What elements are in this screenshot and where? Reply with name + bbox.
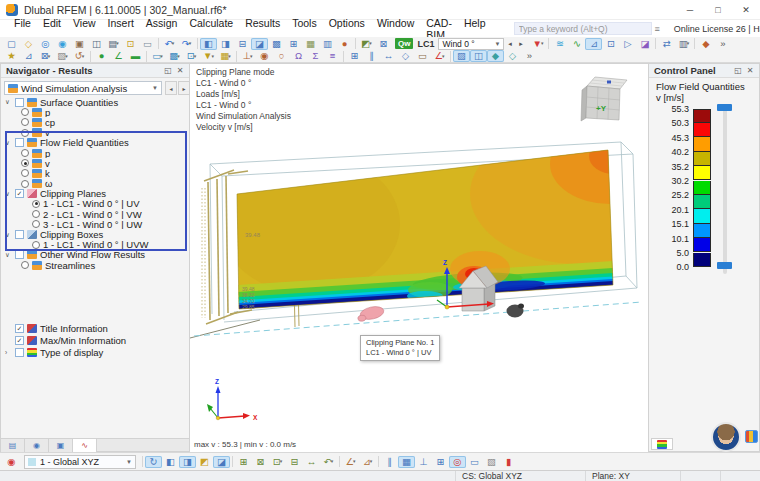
- velocity-clipping-plane[interactable]: [220, 124, 648, 314]
- coordinate-system-combo[interactable]: 1 - Global XYZ ▼: [24, 455, 136, 469]
- tree-item[interactable]: ∨Surface Quantities: [1, 97, 188, 107]
- save-button[interactable]: ◫: [88, 38, 105, 50]
- tree-item[interactable]: v: [1, 158, 188, 168]
- measure-button[interactable]: ∠▾: [431, 50, 448, 62]
- tree-item[interactable]: Streamlines: [1, 260, 188, 270]
- tree-item[interactable]: ∨Other Wind Flow Results: [1, 250, 188, 260]
- navigator-panel-button[interactable]: ◧: [200, 38, 217, 50]
- tree-checkbox[interactable]: [15, 250, 24, 259]
- restore-button[interactable]: □: [704, 0, 732, 19]
- tree-checkbox[interactable]: [15, 230, 24, 239]
- display-option[interactable]: ✓Max/Min Information: [1, 334, 189, 346]
- display-option[interactable]: ›Type of display: [1, 346, 189, 358]
- coordinate-system-button[interactable]: ⊞: [346, 50, 363, 62]
- line-button[interactable]: ∠: [110, 50, 127, 62]
- dlubal-center-button[interactable]: ◎: [37, 38, 54, 50]
- tree-radio[interactable]: [21, 118, 29, 126]
- filter-loads-button[interactable]: ▼▾: [529, 38, 546, 50]
- tree-radio[interactable]: [32, 241, 40, 249]
- text-comment-button[interactable]: ▭: [414, 50, 431, 62]
- dimension-button[interactable]: ↔: [380, 50, 397, 62]
- tree-item[interactable]: v: [1, 128, 188, 138]
- thickness-button[interactable]: ≡: [324, 50, 341, 62]
- tree-item[interactable]: 1 - LC1 - Wind 0 ° | UVW: [1, 240, 188, 250]
- tree-item[interactable]: ω: [1, 179, 188, 189]
- clipping-box-toggle-button[interactable]: ◫: [470, 50, 487, 62]
- render-solid-button[interactable]: ◆: [487, 50, 504, 62]
- nodal-load-button[interactable]: ▼▾: [200, 50, 217, 62]
- tree-radio[interactable]: [21, 108, 29, 116]
- panel-settings-icon[interactable]: [745, 430, 758, 443]
- float-panel-icon[interactable]: ◱: [732, 66, 744, 75]
- material-button[interactable]: Σ: [307, 50, 324, 62]
- graphics-viewport[interactable]: Clipping Plane modeLC1 - Wind 0 °Loads […: [190, 63, 648, 452]
- navigation-cube[interactable]: +Y: [581, 77, 627, 121]
- background-layer-button[interactable]: ▮: [500, 456, 517, 468]
- color-scale-tab[interactable]: [651, 438, 673, 450]
- tree-checkbox[interactable]: [15, 98, 24, 107]
- tree-item[interactable]: ∨✓Clipping Planes: [1, 189, 188, 199]
- tree-radio[interactable]: [21, 129, 29, 137]
- option-checkbox[interactable]: ✓: [15, 324, 24, 333]
- plane-offset-button[interactable]: ⊿▾: [359, 456, 376, 468]
- member-load-button[interactable]: ▦▾: [217, 50, 234, 62]
- view-front-button[interactable]: ◨: [179, 456, 196, 468]
- close-button[interactable]: ✕: [732, 0, 760, 19]
- zoom-in-button[interactable]: ⊡▾: [269, 456, 286, 468]
- chevron-expand-icon[interactable]: ∨: [5, 190, 15, 198]
- tree-item[interactable]: 1 - LC1 - Wind 0 ° | UV: [1, 199, 188, 209]
- move-results-button[interactable]: ⇄: [658, 38, 675, 50]
- close-panel-icon[interactable]: ✕: [744, 66, 756, 75]
- guidelines-button[interactable]: ∥: [363, 50, 380, 62]
- tree-item[interactable]: k: [1, 168, 188, 178]
- favorites-button[interactable]: ★: [3, 50, 20, 62]
- select-button[interactable]: ⊿: [20, 50, 37, 62]
- combo-prev-button[interactable]: ◂: [165, 81, 177, 95]
- scale-slider-handle-top[interactable]: [717, 104, 732, 111]
- streamlines-toggle-button[interactable]: ∿: [568, 38, 585, 50]
- print-button[interactable]: ▤▾: [105, 38, 122, 50]
- tree-radio[interactable]: [21, 149, 29, 157]
- print-graphic-button[interactable]: ▥▾: [675, 38, 692, 50]
- graphic-window-button[interactable]: ⊞: [285, 38, 302, 50]
- release-button[interactable]: ○: [273, 50, 290, 62]
- symbol-button[interactable]: ◇: [397, 50, 414, 62]
- object-snap-button[interactable]: ◎: [449, 456, 466, 468]
- tree-item[interactable]: 3 - LC1 - Wind 0 ° | UW: [1, 219, 188, 229]
- scale-slider-handle-bottom[interactable]: [717, 262, 732, 269]
- tables-panel-button[interactable]: ◨: [217, 38, 234, 50]
- report-button[interactable]: ▥: [319, 38, 336, 50]
- view-side-button[interactable]: ◩: [196, 456, 213, 468]
- line-grid-button[interactable]: ∥: [381, 456, 398, 468]
- visibility-ball-button[interactable]: ●: [336, 38, 353, 50]
- scale-slider-track[interactable]: [723, 104, 727, 274]
- display-option[interactable]: ✓Title Information: [1, 322, 189, 334]
- previous-load-case-button[interactable]: ◂: [504, 38, 515, 50]
- chevron-expand-icon[interactable]: ∨: [5, 139, 15, 147]
- view-isometric-button[interactable]: ◪: [213, 456, 230, 468]
- option-checkbox[interactable]: [15, 348, 24, 357]
- work-plane-button[interactable]: ∠▾: [342, 456, 359, 468]
- show-results-button[interactable]: ⊿: [585, 38, 602, 50]
- chevron-right-icon[interactable]: ›: [5, 349, 15, 356]
- node-button[interactable]: ●: [93, 50, 110, 62]
- support-button[interactable]: ⊥▾: [239, 50, 256, 62]
- opening-button[interactable]: ⊡▾: [183, 50, 200, 62]
- tree-item[interactable]: cp: [1, 117, 188, 127]
- keyword-search-input[interactable]: [514, 22, 652, 35]
- option-checkbox[interactable]: ✓: [15, 336, 24, 345]
- section-view-button[interactable]: ⊟: [234, 38, 251, 50]
- wind-profile-button[interactable]: ≋: [551, 38, 568, 50]
- tree-checkbox[interactable]: [15, 138, 24, 147]
- member-button[interactable]: ▬: [127, 50, 144, 62]
- pan-view-button[interactable]: ↔: [303, 456, 320, 468]
- select-special-button[interactable]: ⊠▾: [37, 50, 54, 62]
- tree-radio[interactable]: [32, 220, 40, 228]
- data-tab[interactable]: ▤: [1, 439, 25, 452]
- tree-radio[interactable]: [32, 200, 40, 208]
- tree-radio[interactable]: [32, 210, 40, 218]
- comment-button[interactable]: ▭: [139, 38, 156, 50]
- new-model-button[interactable]: ▢: [3, 38, 20, 50]
- dxf-underlay-button[interactable]: ▧: [483, 456, 500, 468]
- search-filter-icon[interactable]: ≡: [655, 24, 660, 34]
